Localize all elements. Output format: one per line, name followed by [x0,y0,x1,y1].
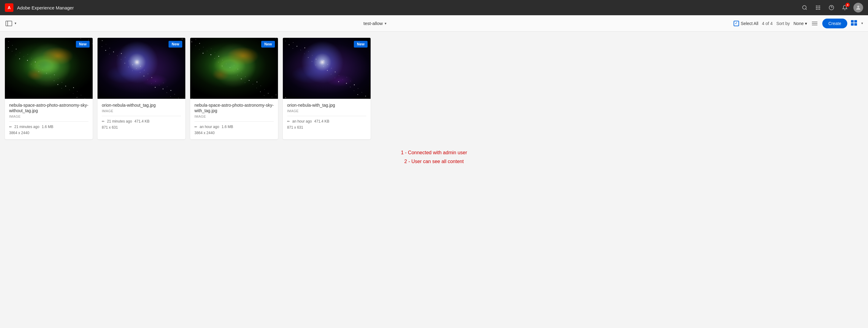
svg-point-176 [289,44,289,45]
svg-point-76 [174,94,175,94]
svg-point-132 [238,75,238,75]
card-type: IMAGE [194,115,274,118]
svg-point-74 [129,61,129,61]
svg-point-140 [245,82,245,83]
card-thumbnail: New [97,38,185,99]
svg-point-63 [140,66,141,66]
svg-point-162 [320,63,320,63]
svg-point-151 [331,68,332,68]
adobe-logo[interactable]: A [5,3,13,12]
search-icon[interactable] [800,3,809,12]
card-time: an hour ago [199,125,219,129]
grid-view-chevron[interactable]: ▾ [861,21,863,25]
svg-rect-6 [818,7,818,8]
help-icon[interactable] [827,3,836,12]
create-button[interactable]: Create [822,19,847,28]
card-info: nebula-space-astro-photo-astronomy-sky-w… [190,99,278,139]
svg-point-181 [315,65,316,65]
card-meta: ✏ 21 minutes ago 471.4 KB [102,119,181,123]
svg-point-23 [5,38,5,38]
asset-card[interactable]: New orion-nebula-without_tag.jpg IMAGE ✏… [97,38,185,139]
svg-rect-3 [818,5,818,6]
svg-point-83 [159,85,159,85]
card-title: nebula-space-astro-photo-astronomy-sky-w… [194,102,274,113]
svg-point-80 [178,98,179,98]
panel-chevron-icon[interactable]: ▾ [14,21,17,25]
svg-point-42 [88,40,89,40]
svg-point-46 [92,43,92,44]
svg-point-130 [191,41,192,42]
svg-point-52 [54,81,54,81]
edit-icon: ✏ [9,125,12,129]
card-size: 471.4 KB [134,119,149,123]
avatar[interactable] [854,3,863,12]
folder-name-label: test-allow [364,21,383,26]
breadcrumb-folder[interactable]: test-allow ▾ [364,21,386,26]
svg-point-137 [264,95,264,96]
svg-point-145 [369,94,370,94]
grid-view-icon[interactable] [851,20,858,27]
sort-by-text: Sort by [776,21,790,26]
svg-rect-20 [854,20,857,23]
svg-point-161 [297,46,297,47]
asset-card[interactable]: New nebula-space-astro-photo-astronomy-s… [190,38,278,139]
svg-point-86 [140,72,140,72]
asset-card[interactable]: New orion-nebula-with_tag.jpg IMAGE ✏ an… [283,38,371,139]
svg-point-73 [106,44,106,44]
svg-point-81 [113,52,114,52]
svg-point-77 [110,48,110,48]
svg-point-95 [170,96,171,97]
svg-point-166 [323,66,324,67]
svg-point-165 [301,50,301,50]
list-view-icon[interactable] [811,20,818,27]
svg-point-142 [203,53,203,53]
svg-point-136 [241,79,241,79]
svg-point-37 [62,82,62,82]
top-navigation: A Adobe Experience Manager [0,0,868,15]
svg-point-28 [31,58,32,58]
svg-point-69 [102,40,102,41]
svg-point-87 [163,88,163,89]
card-divider [287,116,366,116]
svg-point-53 [76,97,77,97]
annotation-line-1: 1 - Connected with admin user [5,148,863,157]
svg-point-159 [339,76,339,76]
select-all-button[interactable]: Select All [734,21,758,26]
svg-point-154 [312,55,312,56]
svg-point-29 [54,74,55,75]
svg-point-107 [192,98,192,99]
svg-point-40 [43,69,43,69]
svg-point-126 [276,38,276,38]
svg-point-146 [305,48,305,48]
item-count-label: 4 of 4 [762,21,773,26]
svg-point-121 [249,80,249,81]
svg-point-36 [39,65,39,66]
svg-point-135 [218,62,219,62]
asset-card[interactable]: New nebula-space-astro-photo-astronomy-s… [5,38,93,139]
notifications-icon[interactable]: 4 [840,3,850,12]
svg-point-66 [121,53,122,54]
svg-point-102 [155,87,155,88]
sort-dropdown[interactable]: None ▾ [794,21,807,26]
select-all-label: Select All [741,21,758,26]
svg-point-177 [312,61,312,62]
svg-point-96 [105,50,106,51]
svg-point-180 [292,48,293,49]
folder-chevron-icon: ▾ [384,21,386,26]
card-thumbnail: New [5,38,93,99]
card-type: IMAGE [102,109,181,113]
apps-icon[interactable] [813,3,823,12]
svg-point-174 [331,74,331,74]
card-info: orion-nebula-without_tag.jpg IMAGE ✏ 21 … [97,99,185,134]
card-meta: ✏ an hour ago 1.6 MB [194,125,274,129]
panel-toggle-icon[interactable] [5,20,13,27]
card-dimensions: 3864 x 2440 [9,131,88,135]
svg-point-72 [170,90,171,91]
svg-point-35 [16,49,17,49]
svg-point-110 [260,86,261,86]
card-dimensions: 871 x 631 [287,125,366,129]
svg-point-173 [308,57,308,58]
svg-point-147 [327,64,328,65]
svg-point-60 [62,88,62,88]
card-thumbnail: New [190,38,278,99]
